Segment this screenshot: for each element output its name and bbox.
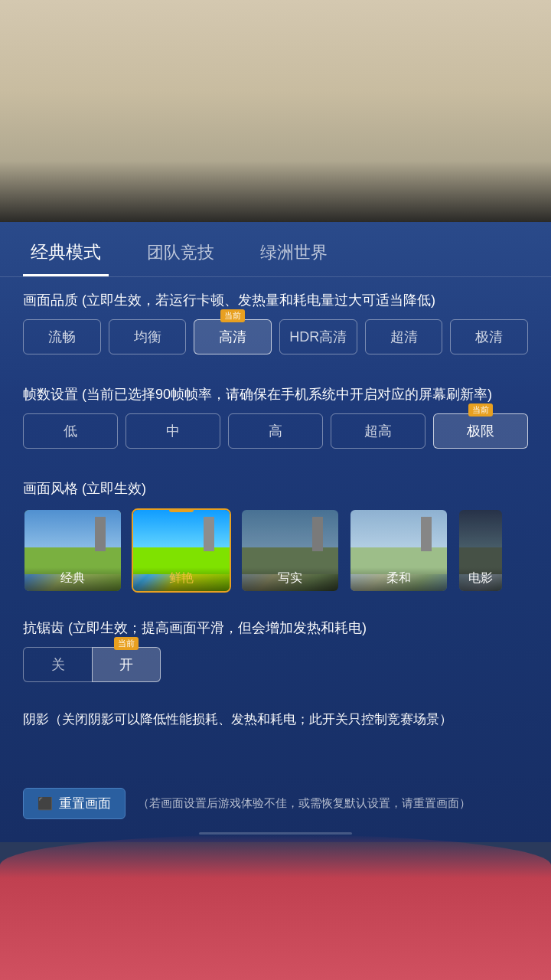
shadow-section: 阴影（关闭阴影可以降低性能损耗、发热和耗电；此开关只控制竞赛场景） [0, 697, 551, 730]
style-vivid[interactable]: 当前 鲜艳 [132, 508, 231, 593]
fps-low[interactable]: 低 [23, 413, 118, 449]
reset-icon: ⬛ [37, 796, 53, 811]
antialias-current-badge: 当前 [114, 637, 139, 650]
style-realistic-label: 写实 [242, 567, 338, 591]
quality-ultra[interactable]: 超清 [365, 319, 443, 354]
quality-hdr[interactable]: HDR高清 [279, 319, 357, 354]
fps-current-badge: 当前 [468, 403, 493, 416]
tab-team[interactable]: 团队竞技 [139, 237, 222, 269]
style-title: 画面风格 (立即生效) [0, 466, 551, 508]
style-vivid-label: 鲜艳 [133, 567, 230, 591]
style-options: 经典 当前 鲜艳 写实 [0, 508, 551, 593]
settings-panel: 经典模式 团队竞技 绿洲世界 画面品质 (立即生效，若运行卡顿、发热量和耗电量过… [0, 222, 551, 842]
tab-oasis[interactable]: 绿洲世界 [253, 237, 335, 269]
style-movie[interactable]: 电影 [458, 508, 504, 593]
reset-hint: （若画面设置后游戏体验不佳，或需恢复默认设置，请重置画面） [138, 796, 528, 811]
style-classic[interactable]: 经典 [23, 508, 122, 593]
tab-classic[interactable]: 经典模式 [23, 236, 109, 269]
reset-bar: ⬛ 重置画面 （若画面设置后游戏体验不佳，或需恢复默认设置，请重置画面） [23, 788, 528, 819]
quality-hd[interactable]: 当前 高清 [194, 319, 272, 354]
fps-extreme[interactable]: 当前 极限 [433, 413, 528, 449]
fps-options: 低 中 高 超高 当前 极限 [0, 413, 551, 449]
style-classic-label: 经典 [24, 567, 121, 591]
fps-ultra[interactable]: 超高 [331, 413, 425, 449]
style-soft-label: 柔和 [350, 567, 447, 591]
style-realistic[interactable]: 写实 [240, 508, 340, 593]
quality-smooth[interactable]: 流畅 [23, 319, 101, 354]
quality-balanced[interactable]: 均衡 [109, 319, 187, 354]
style-current-badge: 当前 [169, 508, 194, 512]
reset-label: 重置画面 [59, 795, 111, 812]
tab-bar: 经典模式 团队竞技 绿洲世界 [0, 222, 551, 277]
antialias-off[interactable]: 关 [23, 647, 92, 682]
quality-max[interactable]: 极清 [450, 319, 528, 354]
antialias-on[interactable]: 当前 开 [92, 647, 161, 682]
quality-title: 画面品质 (立即生效，若运行卡顿、发热量和耗电量过大可适当降低) [0, 277, 551, 319]
shadow-title: 阴影（关闭阴影可以降低性能损耗、发热和耗电；此开关只控制竞赛场景） [23, 710, 528, 730]
antialias-options: 关 当前 开 [0, 647, 551, 682]
reset-button[interactable]: ⬛ 重置画面 [23, 788, 126, 819]
antialias-title: 抗锯齿 (立即生效；提高画面平滑，但会增加发热和耗电) [0, 605, 551, 647]
desk-background [0, 0, 551, 230]
quality-options: 流畅 均衡 当前 高清 HDR高清 超清 极清 [0, 319, 551, 354]
fps-high[interactable]: 高 [228, 413, 323, 449]
quality-current-badge: 当前 [220, 309, 245, 322]
style-soft[interactable]: 柔和 [349, 508, 448, 593]
hand-area [0, 835, 551, 980]
fps-mid[interactable]: 中 [126, 413, 220, 449]
style-movie-label: 电影 [459, 567, 502, 591]
